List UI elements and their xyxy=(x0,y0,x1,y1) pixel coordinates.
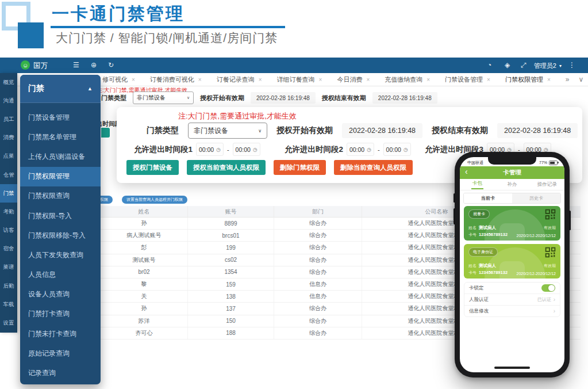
back-chevron-icon[interactable]: ‹ xyxy=(465,167,468,176)
qr-code-icon[interactable] xyxy=(545,247,556,260)
set-remote-open-permission-pill[interactable]: 设置当前查询人员远程开门权限 xyxy=(122,196,187,204)
tab-close-icon[interactable]: × xyxy=(366,77,370,83)
tab-close-icon[interactable]: × xyxy=(132,77,135,83)
rail-item-车载[interactable]: 车载 xyxy=(0,295,17,314)
gauge-icon[interactable]: ◔ xyxy=(487,61,491,69)
menu-item-门禁打卡查询[interactable]: 门禁打卡查询 xyxy=(20,304,101,324)
tab-门禁权限管理[interactable]: 门禁权限管理× xyxy=(505,75,551,84)
time-input[interactable]: 00:00◷ xyxy=(196,143,224,156)
tab-修可视化[interactable]: 修可视化× xyxy=(102,75,135,84)
rail-item-门禁[interactable]: 门禁 xyxy=(0,184,17,203)
menu-item-门禁设备管理[interactable]: 门禁设备管理 xyxy=(20,108,101,127)
rail-item-概览[interactable]: 概览 xyxy=(0,73,17,91)
member-card-就餐卡[interactable]: 就餐卡姓名测试病人卡号123456789132有效期2020/2/12-2020… xyxy=(464,206,560,241)
menu-item-人员信息[interactable]: 人员信息 xyxy=(20,265,101,285)
segment-当前卡[interactable]: 当前卡 xyxy=(464,193,512,203)
column-header: 部门 xyxy=(274,206,362,217)
table-cell: 综合办 xyxy=(274,254,362,266)
start-date-field[interactable]: 2022-02-28 16:19:48 xyxy=(342,123,422,138)
phone-tab-补办[interactable]: 补办 xyxy=(495,179,530,190)
time-input[interactable]: 00:00◷ xyxy=(347,143,374,156)
card-number-row: 卡号123456789132 xyxy=(468,232,508,238)
clock-icon: ◷ xyxy=(403,147,408,152)
button-删除门禁权限[interactable]: 删除门禁权限 xyxy=(274,160,326,175)
bg-teal-button-fragment xyxy=(101,128,110,138)
tab-订餐记录查询[interactable]: 订餐记录查询× xyxy=(217,75,262,84)
time-input[interactable]: 00:00◷ xyxy=(233,143,260,156)
rail-item-考勤[interactable]: 考勤 xyxy=(0,203,17,221)
module-rail: 概览沟通员工消费点菜仓管门禁考勤访客宿舍菜谱后勤车载设置 xyxy=(0,73,17,333)
qr-code-icon[interactable] xyxy=(545,209,556,222)
tab-close-icon[interactable]: × xyxy=(426,77,430,83)
rail-item-后勤[interactable]: 后勤 xyxy=(0,277,17,295)
tab-close-icon[interactable]: × xyxy=(259,77,262,83)
rail-item-员工[interactable]: 员工 xyxy=(0,110,17,128)
menu-item-记录查询[interactable]: 记录查询 xyxy=(20,363,101,383)
button-删除当前查询人员权限[interactable]: 删除当前查询人员权限 xyxy=(334,160,413,175)
lock-toggle[interactable] xyxy=(541,284,555,292)
tab-close-icon[interactable]: × xyxy=(547,77,551,83)
sidebar-toggle-icon[interactable]: ☰ xyxy=(73,61,79,69)
clock-icon: ◷ xyxy=(253,147,258,152)
tab-overflow-icon[interactable]: » xyxy=(566,75,570,83)
rail-item-仓管[interactable]: 仓管 xyxy=(0,166,17,184)
segment-历史卡[interactable]: 历史卡 xyxy=(512,193,560,203)
phone-volume-button xyxy=(454,208,455,224)
tab-详细订餐查询[interactable]: 详细订餐查询× xyxy=(277,75,322,84)
home-indicator[interactable] xyxy=(494,367,530,369)
tab-collapse-icon[interactable]: ∨ xyxy=(578,75,583,83)
menu-item-上传人员\测温设备[interactable]: 上传人员\测温设备 xyxy=(20,147,101,166)
table-cell: 综合办 xyxy=(274,327,362,339)
rail-item-点菜[interactable]: 点菜 xyxy=(0,147,17,166)
end-date-field[interactable]: 2022-02-28 16:19:48 xyxy=(497,123,578,138)
bg-type-value: 非门禁设备 xyxy=(137,94,166,102)
member-card-电子身份证[interactable]: 电子身份证姓名测试病人卡号123456789132有效期2020/2/12-20… xyxy=(464,244,560,279)
button-授权当前查询人员权限[interactable]: 授权当前查询人员权限 xyxy=(187,160,266,175)
menu-item-门禁权限移除-导入[interactable]: 门禁权限移除-导入 xyxy=(20,226,101,245)
menu-item-门禁未打卡查询[interactable]: 门禁未打卡查询 xyxy=(20,324,101,344)
rail-item-访客[interactable]: 访客 xyxy=(0,222,17,240)
time-value: 00:00 xyxy=(199,146,214,153)
menu-item-原始记录查询[interactable]: 原始记录查询 xyxy=(20,344,101,363)
table-cell: 综合办 xyxy=(274,218,362,229)
rail-item-菜谱[interactable]: 菜谱 xyxy=(0,258,17,277)
menu-header[interactable]: 门禁 ▲ xyxy=(20,75,101,103)
menu-item-门禁权限查询[interactable]: 门禁权限查询 xyxy=(20,186,101,206)
menu-item-门禁权限-导入[interactable]: 门禁权限-导入 xyxy=(20,206,101,226)
rail-item-消费[interactable]: 消费 xyxy=(0,129,17,147)
phone-tab-操作记录[interactable]: 操作记录 xyxy=(529,179,564,190)
tab-close-icon[interactable]: × xyxy=(319,77,322,83)
menu-item-设备人员查询[interactable]: 设备人员查询 xyxy=(20,285,101,304)
rail-item-设置[interactable]: 设置 xyxy=(0,314,17,332)
tab-close-icon[interactable]: × xyxy=(198,77,202,83)
bg-end-date-field[interactable]: 2022-02-28 16:19:48 xyxy=(372,92,437,104)
bg-start-date-field[interactable]: 2022-02-28 16:19:48 xyxy=(251,92,316,104)
tab-订餐消费可视化[interactable]: 订餐消费可视化× xyxy=(150,75,202,84)
tab-close-icon[interactable]: × xyxy=(487,77,490,83)
approval-note: 注:大门门禁,需要通过审批,才能生效 xyxy=(178,111,297,121)
rail-item-沟通[interactable]: 沟通 xyxy=(0,91,17,110)
setting-信息修改[interactable]: 信息修改› xyxy=(464,306,560,316)
more-options-icon[interactable]: ⋮ xyxy=(568,61,575,69)
menu-item-门禁黑名单管理[interactable]: 门禁黑名单管理 xyxy=(20,127,101,147)
tab-充值缴纳查询[interactable]: 充值缴纳查询× xyxy=(385,75,430,84)
time-input[interactable]: 00:00◷ xyxy=(383,143,411,156)
language-icon[interactable]: ⊕ xyxy=(91,61,97,69)
fullscreen-icon[interactable]: ⤢ xyxy=(521,61,526,69)
tab-今日消费[interactable]: 今日消费× xyxy=(337,75,370,84)
admin-user-menu[interactable]: 管理员2 ▾ xyxy=(534,62,562,70)
menu-item-门禁权限管理[interactable]: 门禁权限管理 xyxy=(20,167,101,186)
setting-人脸认证[interactable]: 人脸认证已认证› xyxy=(464,294,560,306)
type-select[interactable]: 非门禁设备 ∨ xyxy=(188,123,267,139)
menu-title: 门禁 xyxy=(28,83,44,94)
menu-item-人员下发失败查询[interactable]: 人员下发失败查询 xyxy=(20,245,101,265)
rail-item-宿舍[interactable]: 宿舍 xyxy=(0,240,17,258)
bg-type-select[interactable]: 非门禁设备 ∨ xyxy=(133,91,194,104)
tag-icon[interactable]: ◈ xyxy=(505,61,510,69)
decorative-solid-square xyxy=(18,22,44,48)
button-授权门禁设备[interactable]: 授权门禁设备 xyxy=(126,160,179,175)
setting-卡锁定[interactable]: 卡锁定 xyxy=(464,283,560,294)
tab-门禁设备管理[interactable]: 门禁设备管理× xyxy=(445,75,490,84)
refresh-icon[interactable]: ↻ xyxy=(108,61,114,69)
phone-tab-卡包[interactable]: 卡包 xyxy=(460,179,495,190)
